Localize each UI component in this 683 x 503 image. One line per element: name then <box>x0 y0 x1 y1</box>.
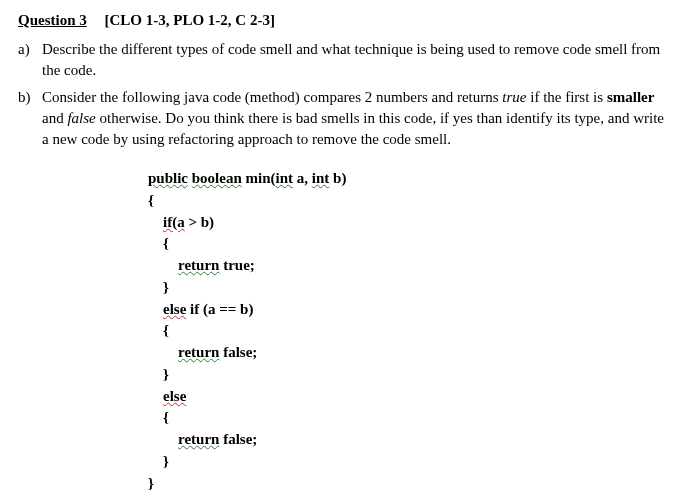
question-tags: [CLO 1-3, PLO 1-2, C 2-3] <box>105 12 275 28</box>
code-line-3: if(a > b) <box>148 212 665 234</box>
txt: false; <box>219 431 257 447</box>
part-a: a) Describe the different types of code … <box>18 39 665 81</box>
code-line-9: return false; <box>148 342 665 364</box>
indent <box>148 257 178 273</box>
part-b-suffix: otherwise. Do you think there is bad sme… <box>42 110 664 147</box>
kw-return1: return <box>178 257 219 273</box>
indent <box>148 344 178 360</box>
kw-else1: else <box>163 301 186 317</box>
part-b: b) Consider the following java code (met… <box>18 87 665 150</box>
code-line-14: } <box>148 451 665 473</box>
code-line-10: } <box>148 364 665 386</box>
code-line-7: else if (a == b) <box>148 299 665 321</box>
false-word: false <box>67 110 95 126</box>
txt: min( <box>242 170 276 186</box>
part-a-label: a) <box>18 39 42 81</box>
if-a: if(a <box>163 214 185 230</box>
part-a-text: Describe the different types of code sme… <box>42 39 665 81</box>
smaller-word: smaller <box>607 89 654 105</box>
code-line-6: } <box>148 277 665 299</box>
indent <box>148 431 178 447</box>
code-line-13: return false; <box>148 429 665 451</box>
question-title: Question 3 <box>18 12 87 28</box>
kw-return2: return <box>178 344 219 360</box>
txt: false; <box>219 344 257 360</box>
txt: true; <box>219 257 254 273</box>
code-line-1: public boolean min(int a, int b) <box>148 168 665 190</box>
code-line-12: { <box>148 407 665 429</box>
part-b-text: Consider the following java code (method… <box>42 87 665 150</box>
part-b-mid2: and <box>42 110 67 126</box>
code-line-11: else <box>148 386 665 408</box>
true-word: true <box>502 89 526 105</box>
txt: b) <box>329 170 346 186</box>
kw-int1: int <box>276 170 294 186</box>
code-line-8: { <box>148 320 665 342</box>
code-block: public boolean min(int a, int b) { if(a … <box>148 168 665 494</box>
kw-int2: int <box>312 170 330 186</box>
part-b-mid1: if the first is <box>526 89 606 105</box>
code-line-15: } <box>148 473 665 495</box>
kw-public: public <box>148 170 188 186</box>
code-line-5: return true; <box>148 255 665 277</box>
txt: a, <box>293 170 312 186</box>
question-header: Question 3 [CLO 1-3, PLO 1-2, C 2-3] <box>18 10 665 31</box>
indent <box>148 214 163 230</box>
indent <box>148 388 163 404</box>
code-line-2: { <box>148 190 665 212</box>
indent <box>148 301 163 317</box>
kw-else2: else <box>163 388 186 404</box>
code-line-4: { <box>148 233 665 255</box>
part-b-label: b) <box>18 87 42 150</box>
txt: if (a == b) <box>186 301 253 317</box>
txt: > b) <box>185 214 214 230</box>
part-b-prefix: Consider the following java code (method… <box>42 89 502 105</box>
kw-boolean: boolean <box>192 170 242 186</box>
kw-return3: return <box>178 431 219 447</box>
